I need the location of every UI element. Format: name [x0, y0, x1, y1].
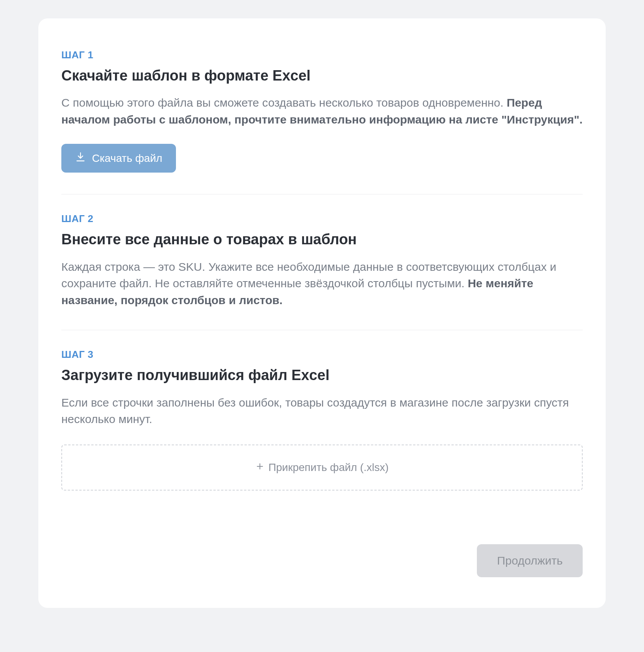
step-1-label: ШАГ 1: [61, 49, 583, 61]
dropzone-label-text: Прикрепить файл (.xlsx): [268, 461, 389, 474]
step-2-description: Каждая строка — это SKU. Укажите все нео…: [61, 258, 583, 309]
download-template-button[interactable]: Скачать файл: [61, 144, 176, 173]
step-3-desc-text: Если все строчки заполнены без ошибок, т…: [61, 396, 569, 426]
file-upload-dropzone[interactable]: Прикрепить файл (.xlsx): [61, 445, 583, 491]
step-3-description: Если все строчки заполнены без ошибок, т…: [61, 394, 583, 428]
step-1-title: Скачайте шаблон в формате Excel: [61, 66, 583, 85]
step-1-desc-text: С помощью этого файла вы сможете создава…: [61, 96, 507, 109]
download-button-label: Скачать файл: [92, 152, 162, 165]
step-2-label: ШАГ 2: [61, 213, 583, 225]
wizard-card: ШАГ 1 Скачайте шаблон в формате Excel С …: [38, 18, 606, 608]
step-3-title: Загрузите получившийся файл Excel: [61, 366, 583, 385]
step-3: ШАГ 3 Загрузите получившийся файл Excel …: [61, 330, 583, 577]
step-1-description: С помощью этого файла вы сможете создава…: [61, 94, 583, 128]
plus-icon: [255, 461, 264, 474]
dropzone-content: Прикрепить файл (.xlsx): [255, 461, 389, 474]
step-2: ШАГ 2 Внесите все данные о товарах в шаб…: [61, 194, 583, 330]
step-2-title: Внесите все данные о товарах в шаблон: [61, 230, 583, 249]
wizard-footer: Продолжить: [61, 544, 583, 577]
step-3-label: ШАГ 3: [61, 349, 583, 361]
step-1: ШАГ 1 Скачайте шаблон в формате Excel С …: [61, 49, 583, 194]
continue-button[interactable]: Продолжить: [477, 544, 583, 577]
download-icon: [75, 151, 86, 165]
